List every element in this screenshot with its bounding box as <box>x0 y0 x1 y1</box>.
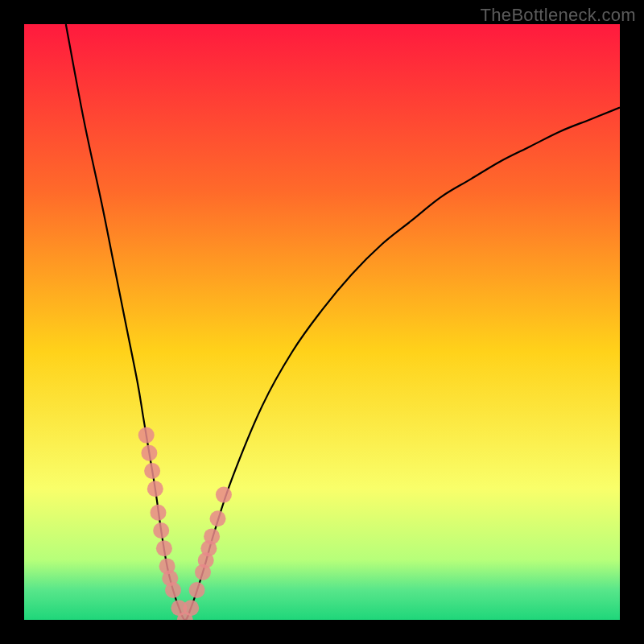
highlight-marker <box>156 540 172 556</box>
highlighted-markers <box>138 427 232 620</box>
highlight-marker <box>183 600 199 616</box>
highlight-marker <box>147 481 163 497</box>
highlight-marker <box>151 505 167 521</box>
bottleneck-curve <box>66 24 620 620</box>
highlight-marker <box>165 582 181 598</box>
highlight-marker <box>210 510 226 526</box>
highlight-marker <box>144 463 160 479</box>
highlight-marker <box>216 487 232 503</box>
highlight-marker <box>189 582 205 598</box>
highlight-marker <box>141 445 157 461</box>
highlight-marker <box>138 427 155 444</box>
highlight-marker <box>153 522 169 539</box>
watermark-text: TheBottleneck.com <box>481 5 636 26</box>
chart-overlay <box>24 24 620 620</box>
highlight-marker <box>204 528 220 544</box>
